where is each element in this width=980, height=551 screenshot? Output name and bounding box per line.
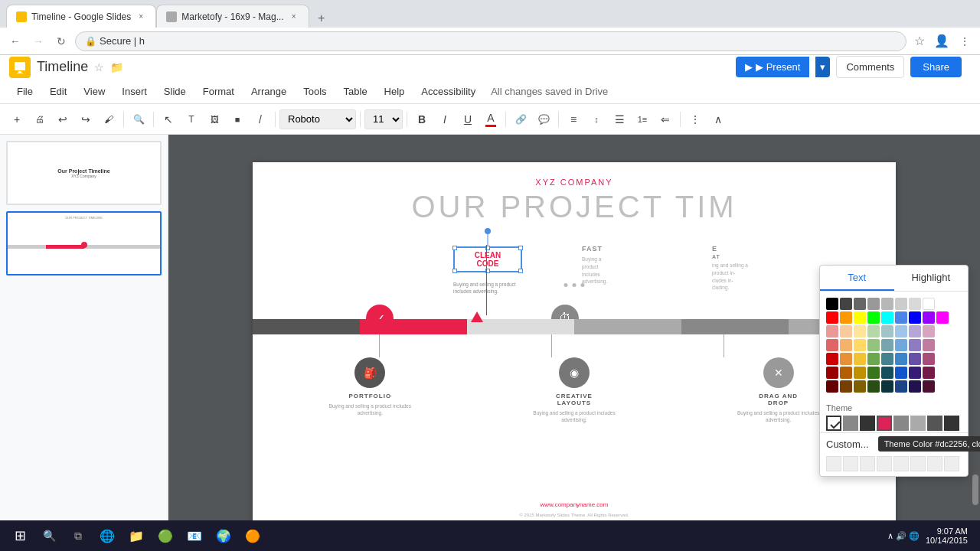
color-darker-purple[interactable] <box>909 367 921 379</box>
menu-table[interactable]: Table <box>336 83 375 100</box>
color-dark-orange[interactable] <box>840 353 852 365</box>
paint-format-button[interactable]: 🖌 <box>98 109 119 130</box>
color-med-blue[interactable] <box>895 339 907 351</box>
redo-button[interactable]: ↪ <box>75 109 96 130</box>
account-button[interactable]: 👤 <box>933 32 951 51</box>
color-darkest-red[interactable] <box>826 380 838 393</box>
color-dark-pink[interactable] <box>923 353 935 365</box>
italic-button[interactable]: I <box>434 109 456 130</box>
color-light-pink[interactable] <box>923 325 935 337</box>
color-medium-gray[interactable] <box>867 298 880 310</box>
color-darker-pink[interactable] <box>923 367 935 379</box>
color-med-green[interactable] <box>867 339 880 351</box>
recent-color-0[interactable] <box>826 456 841 471</box>
start-button[interactable]: ⊞ <box>6 522 34 549</box>
color-light-teal[interactable] <box>881 325 893 337</box>
tab-1[interactable]: Timeline - Google Slides × <box>6 5 156 28</box>
taskbar-explorer[interactable]: 📁 <box>122 522 150 549</box>
color-red[interactable] <box>826 311 838 324</box>
present-dropdown-button[interactable]: ▾ <box>815 57 830 77</box>
color-lighter-gray[interactable] <box>909 298 921 310</box>
color-orange[interactable] <box>840 311 852 324</box>
color-darker-yellow[interactable] <box>854 367 866 379</box>
menu-help[interactable]: Help <box>377 83 413 100</box>
selection-top-handle[interactable] <box>485 228 491 234</box>
font-size-selector[interactable]: 11 <box>364 109 403 129</box>
color-darker-red[interactable] <box>826 367 838 379</box>
handle-top-right[interactable] <box>518 246 523 250</box>
color-darker-blue[interactable] <box>895 367 907 379</box>
link-button[interactable]: 🔗 <box>510 109 531 130</box>
color-light-red[interactable] <box>826 325 838 337</box>
selected-text-box[interactable]: CLEAN CODE <box>453 246 522 272</box>
image-button[interactable]: 🖼 <box>204 109 225 130</box>
theme-color-4[interactable] <box>893 416 909 431</box>
theme-color-3-selected[interactable] <box>877 416 892 431</box>
recent-color-6[interactable] <box>927 456 942 471</box>
color-darker-orange[interactable] <box>840 367 852 379</box>
color-darkest-pink[interactable] <box>923 380 935 393</box>
color-darkest-yellow[interactable] <box>854 380 866 393</box>
menu-file[interactable]: File <box>9 83 41 100</box>
color-darkest-blue[interactable] <box>895 380 907 393</box>
indent-decrease-button[interactable]: ⇐ <box>655 109 676 130</box>
menu-insert[interactable]: Insert <box>114 83 155 100</box>
shape-button[interactable]: ■ <box>227 109 248 130</box>
menu-tools[interactable]: Tools <box>296 83 334 100</box>
theme-color-7[interactable] <box>944 416 959 431</box>
textbox-button[interactable]: T <box>181 109 202 130</box>
color-dark-blue-2[interactable] <box>895 353 907 365</box>
title-folder-button[interactable]: 📁 <box>110 61 123 73</box>
theme-color-1[interactable] <box>843 416 858 431</box>
color-cyan[interactable] <box>881 311 893 324</box>
taskbar-ie[interactable]: 🌐 <box>93 522 121 549</box>
recent-color-3[interactable] <box>877 456 892 471</box>
address-input[interactable]: 🔒 Secure | h <box>75 31 906 51</box>
color-light-orange[interactable] <box>840 325 852 337</box>
canvas-scrollbar[interactable] <box>971 135 980 520</box>
color-light-yellow[interactable] <box>854 325 866 337</box>
color-med-pink[interactable] <box>923 339 935 351</box>
color-green[interactable] <box>867 311 880 324</box>
menu-edit[interactable]: Edit <box>42 83 74 100</box>
color-dark-teal[interactable] <box>881 353 893 365</box>
menu-button[interactable]: ⋮ <box>956 32 974 51</box>
color-black[interactable] <box>826 298 838 310</box>
color-light-green[interactable] <box>867 325 880 337</box>
present-button[interactable]: ▶ ▶ Present <box>736 57 809 77</box>
bullet-list-button[interactable]: ☰ <box>609 109 630 130</box>
undo-button[interactable]: ↩ <box>52 109 74 130</box>
color-dark-green[interactable] <box>867 353 880 365</box>
bold-button[interactable]: B <box>411 109 433 130</box>
comment-button[interactable]: 💬 <box>533 109 554 130</box>
handle-top-left[interactable] <box>452 246 457 250</box>
title-star-button[interactable]: ☆ <box>94 61 104 73</box>
color-dark-blue[interactable] <box>909 311 921 324</box>
color-light-blue[interactable] <box>895 325 907 337</box>
underline-button[interactable]: U <box>457 109 479 130</box>
color-med-teal[interactable] <box>881 339 893 351</box>
taskbar-orange[interactable]: 🟠 <box>239 522 266 549</box>
tab2-close[interactable]: × <box>289 11 299 22</box>
menu-format[interactable]: Format <box>195 83 242 100</box>
color-magenta[interactable] <box>936 311 949 324</box>
color-med-yellow[interactable] <box>854 339 866 351</box>
recent-color-1[interactable] <box>843 456 858 471</box>
comments-button[interactable]: Comments <box>836 56 904 78</box>
color-white[interactable] <box>923 298 935 310</box>
recent-color-7[interactable] <box>944 456 959 471</box>
recent-color-4[interactable] <box>893 456 909 471</box>
theme-color-5[interactable] <box>910 416 926 431</box>
color-dark-purple[interactable] <box>909 353 921 365</box>
taskbar-mail[interactable]: 📧 <box>181 522 208 549</box>
forward-button[interactable]: → <box>29 32 47 51</box>
recent-color-2[interactable] <box>860 456 875 471</box>
text-color-button[interactable]: A <box>480 109 501 130</box>
refresh-button[interactable]: ↻ <box>52 32 70 51</box>
new-tab-button[interactable]: + <box>312 9 331 28</box>
taskbar-chrome[interactable]: 🌍 <box>210 522 237 549</box>
tab-2[interactable]: Marketofy - 16x9 - Mag... × <box>156 5 309 28</box>
color-purple[interactable] <box>923 311 935 324</box>
zoom-button[interactable]: 🔍 <box>128 109 149 130</box>
align-button[interactable]: ≡ <box>563 109 584 130</box>
